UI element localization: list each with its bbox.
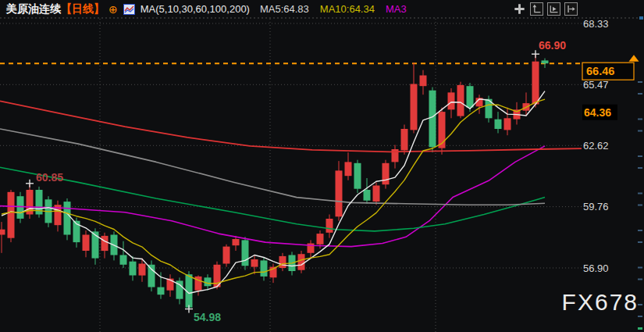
axis-tick-label: 59.76 bbox=[583, 201, 609, 212]
axis-tick-label: 62.62 bbox=[583, 140, 609, 152]
axis-play-icon bbox=[549, 4, 559, 14]
axis-tick-label: 56.90 bbox=[583, 262, 609, 274]
ma5-value-label: MA5:64.83 bbox=[260, 3, 309, 15]
chart-window: 60.8554.9866.9068.3365.4762.6259.7656.90… bbox=[0, 0, 644, 332]
fx678-watermark: FX678 bbox=[562, 289, 639, 316]
chart-toolbar bbox=[513, 2, 578, 16]
svg-text:66.46: 66.46 bbox=[586, 65, 614, 77]
bar-right-arrow-icon bbox=[566, 4, 576, 14]
play-forward-button[interactable] bbox=[547, 2, 560, 16]
mini-kline-icon[interactable] bbox=[123, 4, 135, 15]
axis-up-arrow-icon bbox=[532, 4, 542, 14]
svg-text:64.36: 64.36 bbox=[584, 106, 611, 119]
ma30-value-label: MA3 bbox=[386, 3, 407, 15]
ma-group-label: MA(5,10,30,60,100,200) bbox=[141, 3, 250, 15]
svg-text:66.90: 66.90 bbox=[539, 39, 566, 52]
move-crosshair-button[interactable] bbox=[513, 2, 526, 16]
period-label[interactable]: 【日线】 bbox=[61, 2, 105, 16]
step-forward-button[interactable] bbox=[564, 2, 578, 16]
fit-left-axis-button[interactable] bbox=[530, 2, 543, 16]
ma10-value-label: MA10:64.34 bbox=[320, 3, 375, 15]
candlestick-chart[interactable]: 60.8554.9866.9068.3365.4762.6259.7656.90… bbox=[0, 0, 644, 332]
move-cross-icon bbox=[514, 3, 525, 15]
axis-price-label-64.36: 64.36 bbox=[582, 105, 617, 120]
symbol-name: 美原油连续 bbox=[6, 2, 61, 16]
axis-tick-label: 65.47 bbox=[583, 79, 609, 91]
svg-text:54.98: 54.98 bbox=[194, 311, 221, 323]
svg-text:60.85: 60.85 bbox=[36, 171, 63, 184]
edge-tick-green bbox=[638, 327, 642, 330]
circle-plus-icon[interactable]: ⊕ bbox=[109, 4, 118, 15]
axis-tick-label: 68.33 bbox=[583, 18, 609, 30]
